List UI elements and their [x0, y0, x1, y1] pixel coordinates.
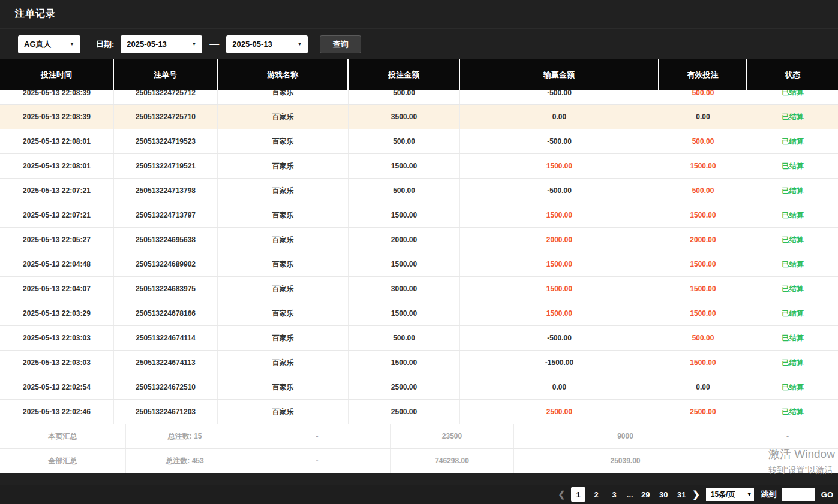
jump-page-input[interactable] [782, 488, 815, 501]
table-row[interactable]: 2025-05-13 22:03:29250513224678166百家乐150… [0, 301, 838, 326]
bet-time-cell: 2025-05-13 22:05:27 [0, 228, 114, 252]
game-name-cell: 百家乐 [218, 375, 349, 399]
page-button-3[interactable]: 3 [607, 487, 621, 502]
winloss-amount-cell: 1500.00 [460, 301, 659, 325]
winloss-amount-cell: -500.00 [460, 326, 659, 350]
table-row[interactable]: 2025-05-13 22:02:46250513224671203百家乐250… [0, 400, 838, 424]
page-button-1[interactable]: 1 [571, 487, 585, 502]
order-number-cell: 250513224683975 [114, 277, 218, 301]
go-button[interactable]: GO [821, 490, 833, 499]
status-cell: 已结算 [747, 400, 838, 424]
status-cell: 已结算 [747, 277, 838, 301]
page-buttons: 123...293031 [571, 487, 689, 502]
page-button-2[interactable]: 2 [589, 487, 603, 502]
table-row[interactable]: 2025-05-13 22:05:27250513224695638百家乐200… [0, 228, 838, 252]
summary-cell: - [244, 449, 391, 473]
page-size-select[interactable]: 15条/页 ▼ [706, 488, 754, 501]
bet-time-cell: 2025-05-13 22:02:46 [0, 400, 114, 424]
valid-bet-cell: 1500.00 [659, 252, 747, 276]
status-cell: 已结算 [747, 375, 838, 399]
bet-amount-cell: 1500.00 [349, 301, 460, 325]
table-row[interactable]: 2025-05-13 22:04:07250513224683975百家乐300… [0, 277, 838, 301]
status-cell: 已结算 [747, 326, 838, 350]
table-row[interactable]: 2025-05-13 22:07:21250513224713798百家乐500… [0, 179, 838, 203]
game-name-cell: 百家乐 [218, 326, 349, 350]
page-button-29[interactable]: 29 [638, 487, 653, 502]
winloss-amount-cell: -500.00 [460, 90, 659, 105]
date-to-select[interactable]: 2025-05-13 ▼ [226, 35, 308, 53]
valid-bet-cell: 1500.00 [659, 301, 747, 325]
bet-time-cell: 2025-05-13 22:07:21 [0, 179, 114, 203]
summary-cell [737, 449, 838, 473]
bet-time-cell: 2025-05-13 22:02:54 [0, 375, 114, 399]
summary-cell: 全部汇总 [0, 449, 126, 473]
status-cell: 已结算 [747, 351, 838, 375]
status-cell: 已结算 [747, 179, 838, 203]
game-type-select[interactable]: AG真人 ▼ [18, 35, 80, 53]
page-button-30[interactable]: 30 [656, 487, 671, 502]
game-name-cell: 百家乐 [218, 90, 349, 105]
bet-amount-cell: 3500.00 [349, 105, 460, 129]
valid-bet-cell: 500.00 [659, 90, 747, 105]
order-number-cell: 250513224719521 [114, 154, 218, 178]
order-number-cell: 250513224719523 [114, 129, 218, 153]
game-name-cell: 百家乐 [218, 228, 349, 252]
select-arrow-icon: ▼ [747, 491, 752, 497]
game-name-cell: 百家乐 [218, 105, 349, 129]
order-number-cell: 250513224671203 [114, 400, 218, 424]
winloss-amount-cell: 2000.00 [460, 228, 659, 252]
winloss-amount-cell: 1500.00 [460, 154, 659, 178]
bet-amount-cell: 2500.00 [349, 400, 460, 424]
order-number-cell: 250513224713798 [114, 179, 218, 203]
game-name-cell: 百家乐 [218, 400, 349, 424]
bet-amount-cell: 1500.00 [349, 351, 460, 375]
valid-bet-cell: 0.00 [659, 375, 747, 399]
table-row[interactable]: 2025-05-13 22:04:48250513224689902百家乐150… [0, 252, 838, 277]
valid-bet-cell: 1500.00 [659, 351, 747, 375]
bet-amount-cell: 1500.00 [349, 203, 460, 227]
table-row[interactable]: 2025-05-13 22:08:01250513224719523百家乐500… [0, 129, 838, 154]
page-button-31[interactable]: 31 [674, 487, 689, 502]
status-cell: 已结算 [747, 252, 838, 276]
table-row[interactable]: 2025-05-13 22:03:03250513224674113百家乐150… [0, 351, 838, 375]
summary-cell: 746298.00 [391, 449, 514, 473]
table-row[interactable]: 2025-05-13 22:08:01250513224719521百家乐150… [0, 154, 838, 179]
prev-page-icon[interactable]: ❮ [558, 490, 565, 499]
query-button[interactable]: 查询 [320, 35, 361, 53]
summary-cell: 9000 [514, 424, 737, 448]
summary-cell: 总注数: 15 [126, 424, 244, 448]
winloss-amount-cell: 0.00 [460, 105, 659, 129]
bet-time-cell: 2025-05-13 22:03:29 [0, 301, 114, 325]
next-page-icon[interactable]: ❯ [692, 489, 700, 500]
summary-section: 本页汇总总注数: 15-235009000-全部汇总总注数: 453-74629… [0, 424, 838, 473]
order-number-cell: 250513224674114 [114, 326, 218, 350]
status-cell: 已结算 [747, 90, 838, 105]
game-name-cell: 百家乐 [218, 252, 349, 276]
bet-time-cell: 2025-05-13 22:08:01 [0, 154, 114, 178]
valid-bet-cell: 1500.00 [659, 203, 747, 227]
summary-cell: 23500 [391, 424, 514, 448]
bet-time-cell: 2025-05-13 22:08:39 [0, 105, 114, 129]
status-cell: 已结算 [747, 301, 838, 325]
page-summary-row: 本页汇总总注数: 15-235009000- [0, 424, 838, 449]
valid-bet-cell: 500.00 [659, 179, 747, 203]
table-row[interactable]: 2025-05-13 22:08:39250513224725710百家乐350… [0, 105, 838, 129]
status-cell: 已结算 [747, 154, 838, 178]
table-row[interactable]: 2025-05-13 22:02:54250513224672510百家乐250… [0, 375, 838, 400]
column-header-game-name: 游戏名称 [218, 59, 349, 90]
date-label: 日期: [96, 39, 114, 50]
valid-bet-cell: 500.00 [659, 129, 747, 153]
game-name-cell: 百家乐 [218, 203, 349, 227]
valid-bet-cell: 500.00 [659, 326, 747, 350]
chevron-down-icon: ▼ [297, 41, 302, 47]
column-header-bet-amount: 投注金额 [349, 59, 460, 90]
valid-bet-cell: 1500.00 [659, 154, 747, 178]
table-row[interactable]: 2025-05-13 22:03:03250513224674114百家乐500… [0, 326, 838, 351]
winloss-amount-cell: -1500.00 [460, 351, 659, 375]
table-row[interactable]: 2025-05-13 22:08:39250513224725712百家乐500… [0, 90, 838, 105]
bet-amount-cell: 1500.00 [349, 252, 460, 276]
summary-cell: 本页汇总 [0, 424, 126, 448]
table-row[interactable]: 2025-05-13 22:07:21250513224713797百家乐150… [0, 203, 838, 228]
order-number-cell: 250513224713797 [114, 203, 218, 227]
date-from-select[interactable]: 2025-05-13 ▼ [121, 35, 202, 53]
